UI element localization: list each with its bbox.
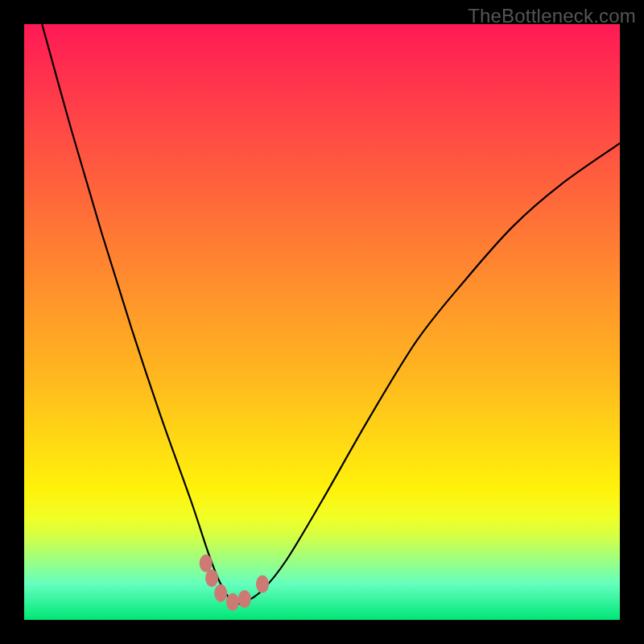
curve-marker xyxy=(238,590,251,608)
curve-marker xyxy=(226,593,239,611)
curve-marker xyxy=(214,584,227,602)
curve-marker xyxy=(256,576,269,593)
curve-marker xyxy=(205,569,218,587)
marker-group xyxy=(200,555,269,611)
watermark-text: TheBottleneck.com xyxy=(468,5,636,27)
plot-area xyxy=(24,24,620,620)
chart-container: TheBottleneck.com xyxy=(0,0,644,644)
curve-layer xyxy=(24,24,620,620)
curve-marker xyxy=(200,555,213,572)
bottleneck-curve xyxy=(42,24,620,604)
